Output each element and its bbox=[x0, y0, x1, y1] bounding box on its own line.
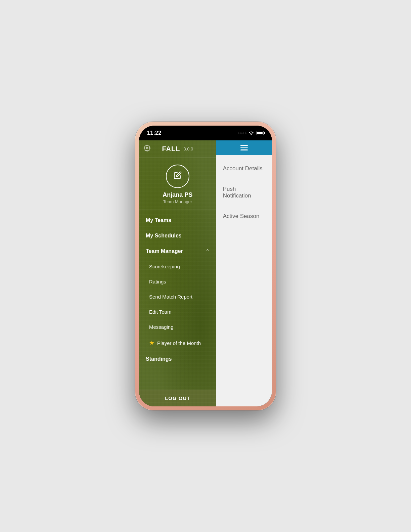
menu-item-active-season[interactable]: Active Season bbox=[216, 206, 272, 226]
star-icon: ★ bbox=[149, 339, 154, 347]
nav-item-my-teams[interactable]: My Teams bbox=[139, 213, 216, 228]
wifi-icon bbox=[248, 130, 254, 136]
nav-item-edit-team[interactable]: Edit Team bbox=[139, 304, 216, 319]
app-title: FALL bbox=[162, 145, 180, 153]
status-icons bbox=[238, 130, 264, 136]
right-menu-items: Account Details Push Notification Active… bbox=[216, 155, 272, 407]
nav-item-messaging[interactable]: Messaging bbox=[139, 319, 216, 335]
right-panel-header[interactable] bbox=[216, 140, 272, 155]
battery-icon bbox=[256, 131, 264, 135]
menu-item-account-details[interactable]: Account Details bbox=[216, 159, 272, 179]
profile-role: Team Manager bbox=[163, 199, 192, 204]
nav-item-team-manager[interactable]: Team Manager ⌃ bbox=[139, 243, 216, 259]
nav-item-player-of-month[interactable]: ★ Player of the Month bbox=[139, 335, 216, 351]
app-version: 3.0.0 bbox=[183, 146, 193, 151]
hamburger-icon bbox=[240, 145, 248, 150]
logout-button[interactable]: LOG OUT bbox=[139, 390, 216, 406]
edit-icon bbox=[174, 171, 182, 181]
menu-item-push-notification[interactable]: Push Notification bbox=[216, 179, 272, 206]
profile-section: Anjana PS Team Manager bbox=[139, 158, 216, 210]
nav-item-standings[interactable]: Standings bbox=[139, 351, 216, 367]
nav-item-send-match-report[interactable]: Send Match Report bbox=[139, 289, 216, 304]
svg-point-0 bbox=[146, 147, 148, 149]
signal-icon bbox=[238, 132, 246, 134]
sidebar-header: FALL 3.0.0 bbox=[139, 140, 216, 158]
nav-item-my-schedules[interactable]: My Schedules bbox=[139, 228, 216, 243]
phone-frame: 11:22 bbox=[135, 122, 276, 410]
chevron-up-icon: ⌃ bbox=[205, 249, 210, 254]
app-layout: FALL 3.0.0 Anj bbox=[139, 140, 272, 406]
nav-items: My Teams My Schedules Team Manager ⌃ Sco… bbox=[139, 210, 216, 390]
phone-screen: 11:22 bbox=[139, 126, 272, 406]
avatar[interactable] bbox=[166, 165, 189, 188]
status-bar: 11:22 bbox=[139, 126, 272, 140]
status-time: 11:22 bbox=[147, 130, 161, 136]
profile-name: Anjana PS bbox=[163, 191, 192, 198]
gear-icon[interactable] bbox=[144, 145, 150, 153]
nav-item-scorekeeping[interactable]: Scorekeeping bbox=[139, 259, 216, 274]
app-screen: FALL 3.0.0 Anj bbox=[139, 140, 272, 406]
sidebar: FALL 3.0.0 Anj bbox=[139, 140, 216, 406]
nav-item-ratings[interactable]: Ratings bbox=[139, 274, 216, 289]
right-panel: Account Details Push Notification Active… bbox=[216, 140, 272, 406]
